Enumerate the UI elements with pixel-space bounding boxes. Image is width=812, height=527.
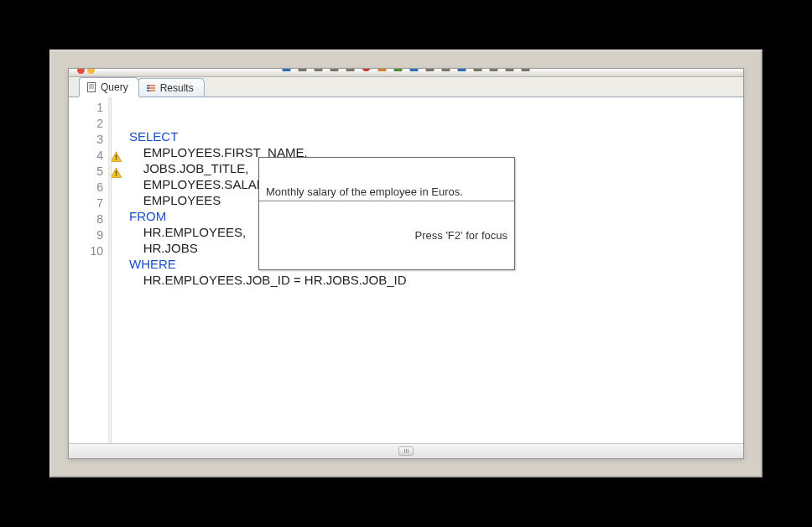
toolbar-icon[interactable] [299,68,307,71]
code-editor[interactable]: SELECT EMPLOYEES.FIRST_NAME, JOBS.JOB_TI… [109,97,743,443]
toolbar-icon[interactable] [442,68,450,71]
line-number: 4 [69,148,108,164]
toolbar-icon[interactable] [506,68,514,71]
line-number-gutter: 12345678910 [69,97,109,443]
minimize-icon[interactable] [87,68,95,74]
line-number: 10 [69,243,108,259]
toolbar-icon[interactable] [315,68,323,71]
toolbar-icon[interactable] [283,68,291,71]
toolbar-icon[interactable] [474,68,482,71]
editor-area[interactable]: 12345678910 SELECT EMPLOYEES.FIRST_NAME,… [69,97,743,443]
toolbar-icon[interactable] [410,68,419,71]
inline-tooltip: Monthly salary of the employee in Euros.… [258,157,515,270]
code-line[interactable]: HR.EMPLOYEES.JOB_ID = HR.JOBS.JOB_ID [129,272,743,288]
code-line[interactable]: SELECT [129,128,743,144]
toolbar-icon[interactable] [394,68,403,71]
results-icon [146,83,156,93]
tab-query[interactable]: Query [79,77,139,97]
line-number: 1 [69,100,108,116]
line-number: 9 [69,227,108,243]
toolbar-icon[interactable] [522,68,530,71]
line-number: 8 [69,211,108,227]
toolbar-icon[interactable] [426,68,435,71]
toolbar [69,69,743,77]
toolbar-icon[interactable] [458,68,466,71]
tab-strip: Query Results [69,77,743,97]
app-frame: Query Results 12345678910 SELECT EMPLOYE… [49,50,763,477]
tab-results[interactable]: Results [138,78,205,97]
line-number: 2 [69,116,108,132]
tab-label: Results [160,82,194,94]
toolbar-icon[interactable] [490,68,498,71]
tooltip-hint: Press 'F2' for focus [259,227,514,244]
line-number: 7 [69,196,108,211]
close-icon[interactable] [77,68,85,74]
window-controls [77,68,95,74]
horizontal-scrollbar[interactable] [69,443,743,458]
toolbar-icon[interactable] [346,68,355,71]
toolbar-icon[interactable] [378,68,387,71]
app-window: Query Results 12345678910 SELECT EMPLOYE… [68,68,744,459]
toolbar-icon[interactable] [362,68,371,71]
svg-rect-0 [88,83,96,92]
tooltip-message: Monthly salary of the employee in Euros. [259,183,514,201]
line-number: 5 [69,164,108,180]
line-number: 6 [69,180,108,196]
toolbar-icon[interactable] [331,68,339,71]
line-number: 3 [69,132,108,148]
tab-label: Query [101,81,128,93]
document-icon [86,82,96,92]
toolbar-icons [283,68,530,72]
scrollbar-thumb[interactable] [398,446,414,456]
